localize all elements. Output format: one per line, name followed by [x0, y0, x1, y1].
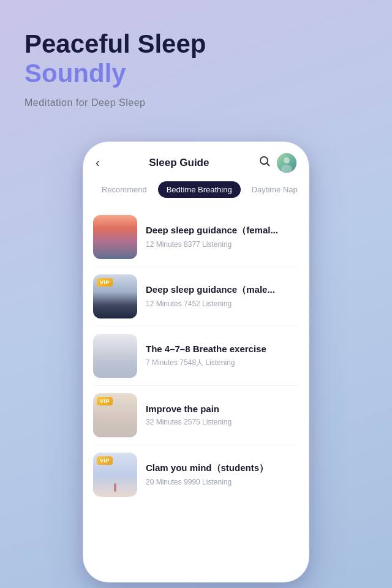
thumb-image	[93, 334, 137, 378]
thumbnail	[93, 334, 137, 378]
item-info: Clam you mind（students） 20 Minutes 9990 …	[146, 462, 299, 486]
item-title: Deep sleep guidance（male...	[146, 284, 299, 296]
top-icons	[258, 153, 296, 173]
back-button[interactable]: ‹	[96, 156, 100, 170]
phone-screen: ‹ Sleep Guide	[83, 141, 309, 582]
tab-daytime-nap[interactable]: Daytime Nap	[243, 181, 306, 198]
screen-title: Sleep Guide	[149, 157, 209, 169]
item-title: Clam you mind（students）	[146, 462, 299, 474]
thumbnail	[93, 215, 137, 259]
item-title: Improve the pain	[146, 404, 299, 414]
list-item[interactable]: The 4–7–8 Breathe exercise 7 Minutes 754…	[93, 326, 299, 386]
svg-point-3	[284, 157, 290, 164]
vip-badge: VIP	[97, 456, 113, 465]
list-item[interactable]: VIP Deep sleep guidance（male... 12 Minut…	[93, 267, 299, 326]
page-title-line1: Peaceful Sleep Soundly	[24, 29, 368, 89]
list-item[interactable]: Deep sleep guidance（femal... 12 Minutes …	[93, 208, 299, 267]
item-meta: 12 Minutes 7452 Listening	[146, 300, 299, 308]
list-item[interactable]: VIP Improve the pain 32 Minutes 2575 Lis…	[93, 386, 299, 445]
content-list: Deep sleep guidance（femal... 12 Minutes …	[83, 205, 309, 507]
thumbnail: VIP	[93, 393, 137, 437]
thumb-image	[93, 215, 137, 259]
phone-mockup: ‹ Sleep Guide	[0, 141, 392, 582]
tabs-row: Recommend Bedtime Breathing Daytime Nap	[83, 179, 309, 205]
tab-recommend[interactable]: Recommend	[93, 181, 156, 198]
header-section: Peaceful Sleep Soundly Meditation for De…	[0, 0, 392, 123]
search-icon[interactable]	[258, 155, 271, 170]
item-info: The 4–7–8 Breathe exercise 7 Minutes 754…	[146, 344, 299, 368]
item-title: Deep sleep guidance（femal...	[146, 225, 299, 236]
vip-badge: VIP	[97, 278, 113, 287]
avatar[interactable]	[277, 153, 296, 173]
top-bar: ‹ Sleep Guide	[83, 142, 309, 179]
item-meta: 12 Minutes 8377 Listening	[146, 240, 299, 249]
item-info: Improve the pain 32 Minutes 2575 Listeni…	[146, 404, 299, 426]
item-info: Deep sleep guidance（male... 12 Minutes 7…	[146, 284, 299, 308]
item-title: The 4–7–8 Breathe exercise	[146, 344, 299, 354]
tab-bedtime-breathing[interactable]: Bedtime Breathing	[158, 181, 241, 198]
page-subtitle: Meditation for Deep Sleep	[24, 97, 368, 108]
item-meta: 7 Minutes 7548人 Listening	[146, 358, 299, 368]
page-title-line2: Soundly	[24, 59, 368, 88]
svg-line-1	[266, 164, 269, 166]
item-meta: 32 Minutes 2575 Listening	[146, 418, 299, 426]
vip-badge: VIP	[97, 397, 113, 405]
thumbnail: VIP	[93, 453, 137, 497]
thumbnail: VIP	[93, 274, 137, 318]
list-item[interactable]: VIP Clam you mind（students） 20 Minutes 9…	[93, 445, 299, 504]
item-meta: 20 Minutes 9990 Listening	[146, 478, 299, 486]
item-info: Deep sleep guidance（femal... 12 Minutes …	[146, 225, 299, 249]
